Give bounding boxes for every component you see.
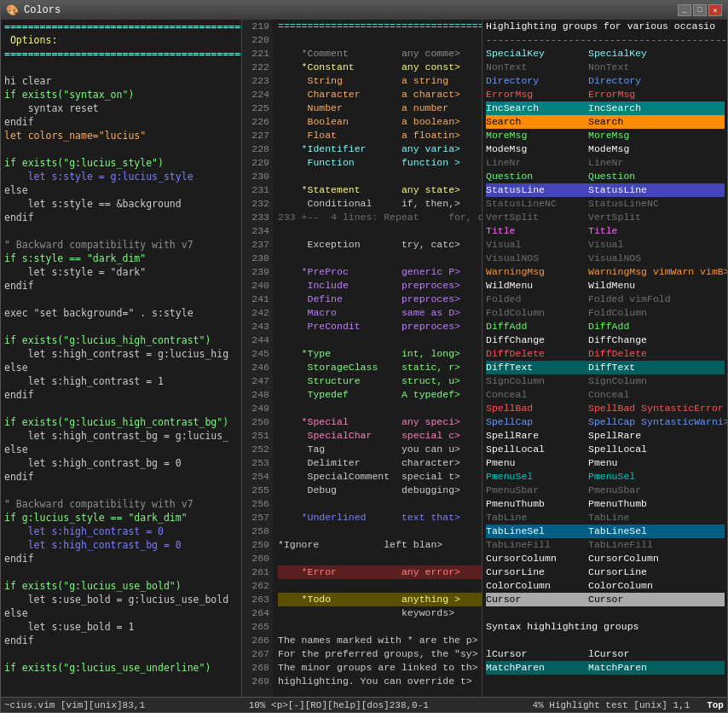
- titlebar: 🎨 Colors _ □ ✕: [1, 1, 727, 20]
- line-number: 247: [242, 374, 269, 388]
- line-number: 219: [242, 20, 269, 33]
- left-code-line: [4, 293, 238, 306]
- right-col1: VisualNOS: [486, 252, 588, 265]
- mid-code-line: *Comment any comme>: [278, 47, 482, 61]
- left-code-line: " Backward compatibility with v7: [4, 497, 238, 511]
- statusbar: ~cius.vim [vim][unix]83,1 10% <p>[-][RO]…: [1, 697, 727, 712]
- right-col2: ColorColumn: [588, 579, 725, 593]
- mid-code-line: *Todo anything >: [278, 593, 482, 606]
- line-number: 267: [242, 647, 269, 661]
- right-col2: FoldColumn: [588, 306, 725, 320]
- line-number: 234: [242, 224, 269, 238]
- right-col2: CursorColumn: [588, 552, 725, 565]
- right-panel-item: TitleTitle: [486, 224, 727, 238]
- right-panel-item: QuestionQuestion: [486, 170, 727, 183]
- mid-code-line: Conditional if, then,>: [278, 197, 482, 211]
- right-panel-item: TabLineFillTabLineFill: [486, 538, 727, 552]
- left-code-line: if exists("g:lucius_style"): [4, 156, 238, 170]
- mid-code-line: [278, 552, 482, 565]
- right-col1: ColorColumn: [486, 579, 588, 593]
- main-area: ========================================…: [1, 20, 727, 697]
- mid-code-line: For the preferred groups, the "sy>: [278, 647, 482, 661]
- close-button[interactable]: ✕: [708, 4, 722, 16]
- right-panel-item: FoldedFolded vimFold: [486, 293, 727, 306]
- right-col2: SignColumn: [588, 374, 725, 388]
- right-col1: Folded: [486, 293, 588, 306]
- left-code-line: let s:style = g:lucius_style: [4, 170, 238, 183]
- right-col2: ModeMsg: [588, 142, 725, 156]
- mid-code-line: 233 +-- 4 lines: Repeat for, do, whi>: [278, 211, 482, 224]
- mid-code-line: Tag you can u>: [278, 443, 482, 456]
- line-number: 256: [242, 497, 269, 511]
- right-panel-item: DiffTextDiffText: [486, 361, 727, 374]
- line-number: 262: [242, 579, 269, 593]
- right-col2: PmenuThumb: [588, 497, 725, 511]
- right-panel-item: DirectoryDirectory: [486, 74, 727, 88]
- right-panel-item: ----------------------------------------…: [486, 33, 727, 47]
- statusbar-middle: 10% <p>[-][RO][help][dos]238,0-1: [249, 700, 429, 710]
- right-panel-item: Syntax highlighting groups: [486, 620, 727, 634]
- mid-code-line: [278, 620, 482, 634]
- right-col1: SpellCap: [486, 415, 588, 429]
- right-panel-item: lCursorlCursor: [486, 647, 727, 661]
- right-panel-item: PmenuSelPmenuSel: [486, 470, 727, 484]
- left-code-line: endif: [4, 115, 238, 129]
- minimize-button[interactable]: _: [678, 4, 691, 16]
- mid-code-line: Number a number: [278, 101, 482, 115]
- right-panel-item: DiffDeleteDiffDelete: [486, 347, 727, 361]
- line-number: 248: [242, 388, 269, 402]
- right-panel-item: CursorCursor: [486, 593, 727, 606]
- line-number: 222: [242, 61, 269, 74]
- left-code-line: if s:style == "dark_dim": [4, 252, 238, 265]
- right-col2: Folded vimFold: [588, 293, 725, 306]
- right-panel-item: [486, 634, 727, 647]
- left-code-line: if exists("g:lucius_high_contrast_bg"): [4, 415, 238, 429]
- right-col1: PmenuThumb: [486, 497, 588, 511]
- right-col2: SpellRare: [588, 429, 725, 443]
- right-panel-item: WarningMsgWarningMsg vimWarn vimB>: [486, 265, 727, 279]
- mid-code-line: Macro same as D>: [278, 306, 482, 320]
- right-panel-item: CursorLineCursorLine: [486, 565, 727, 579]
- line-number: 249: [242, 402, 269, 415]
- right-panel-item: PmenuPmenu: [486, 456, 727, 470]
- right-col1: CursorColumn: [486, 552, 588, 565]
- right-col1: DiffAdd: [486, 320, 588, 333]
- right-col2: NonText: [588, 61, 725, 74]
- maximize-button[interactable]: □: [693, 4, 707, 16]
- mid-code-line: Define preproces>: [278, 293, 482, 306]
- left-code-line: let s:style == &background: [4, 197, 238, 211]
- left-code-line: [4, 484, 238, 497]
- right-col2: ErrorMsg: [588, 88, 725, 101]
- mid-code-line: *Statement any state>: [278, 183, 482, 197]
- titlebar-title: 🎨 Colors: [6, 4, 61, 17]
- line-number: 229: [242, 156, 269, 170]
- line-number: 238: [242, 252, 269, 265]
- line-number: 246: [242, 361, 269, 374]
- right-col1: Search: [486, 115, 588, 129]
- right-panel-item: ColorColumnColorColumn: [486, 579, 727, 593]
- mid-code-line: *Ignore left blan>: [278, 538, 482, 552]
- right-col1: Conceal: [486, 388, 588, 402]
- line-number: 231: [242, 183, 269, 197]
- statusbar-left: ~cius.vim [vim][unix]83,1: [4, 700, 145, 710]
- right-col2: lCursor: [588, 647, 725, 661]
- right-col1: StatusLineNC: [486, 197, 588, 211]
- mid-code-line: [278, 333, 482, 347]
- right-col1: LineNr: [486, 156, 588, 170]
- line-number: 261: [242, 565, 269, 579]
- mid-code-line: Structure struct, u>: [278, 374, 482, 388]
- right-panel-item: SpellCapSpellCap SyntasticWarni>: [486, 415, 727, 429]
- right-col2: WildMenu: [588, 279, 725, 293]
- mid-code-line: [278, 33, 482, 47]
- left-code-line: let s:high_contrast_bg = 0: [4, 456, 238, 470]
- window-title: Colors: [24, 4, 61, 16]
- mid-code-line: ========================================…: [278, 20, 482, 33]
- mid-code-line: [278, 252, 482, 265]
- mid-code-line: SpecialComment special t>: [278, 470, 482, 484]
- line-number: 232: [242, 197, 269, 211]
- middle-panel: 2192202212222232242252262272282292302312…: [242, 20, 482, 697]
- mid-code-line: [278, 224, 482, 238]
- right-col2: MoreMsg: [588, 129, 725, 142]
- right-panel-item: TabLineTabLine: [486, 511, 727, 525]
- right-col2: DiffChange: [588, 333, 725, 347]
